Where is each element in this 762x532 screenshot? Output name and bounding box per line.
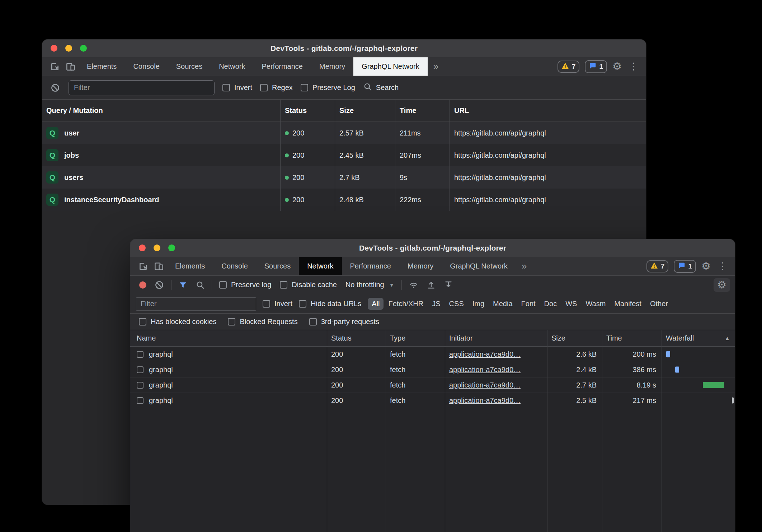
has-blocked-cookies-checkbox-group[interactable]: Has blocked cookies bbox=[139, 318, 216, 326]
more-tabs-button[interactable]: » bbox=[428, 57, 444, 76]
col-time[interactable]: Time bbox=[395, 100, 450, 122]
fullscreen-button[interactable] bbox=[80, 45, 87, 52]
preserve-log-checkbox-group[interactable]: Preserve log bbox=[215, 281, 276, 289]
type-filter-ws[interactable]: WS bbox=[561, 298, 581, 310]
table-row[interactable]: graphql 200 fetch application-a7ca9d0… 2… bbox=[130, 393, 735, 408]
warnings-badge[interactable]: 7 bbox=[558, 61, 580, 73]
initiator-link[interactable]: application-a7ca9d0… bbox=[449, 366, 521, 374]
tab-sources[interactable]: Sources bbox=[168, 57, 211, 76]
network-settings-button[interactable]: ⚙ bbox=[714, 278, 730, 292]
col-status[interactable]: Status bbox=[327, 330, 386, 346]
regex-checkbox[interactable] bbox=[260, 84, 268, 91]
table-row[interactable]: graphql 200 fetch application-a7ca9d0… 2… bbox=[130, 362, 735, 377]
col-time[interactable]: Time bbox=[602, 330, 662, 346]
type-filter-media[interactable]: Media bbox=[489, 298, 516, 310]
third-party-requests-checkbox[interactable] bbox=[309, 318, 317, 326]
col-url[interactable]: URL bbox=[450, 100, 646, 122]
table-row[interactable]: Quser 200 2.57 kB 211ms https://gitlab.c… bbox=[42, 122, 646, 144]
type-filter-img[interactable]: Img bbox=[469, 298, 488, 310]
row-checkbox[interactable] bbox=[137, 397, 144, 404]
fullscreen-button[interactable] bbox=[168, 244, 175, 251]
inspect-icon[interactable] bbox=[135, 257, 151, 275]
filter-input[interactable] bbox=[69, 80, 215, 95]
tab-performance[interactable]: Performance bbox=[342, 257, 400, 275]
filter-input[interactable] bbox=[136, 297, 256, 311]
export-har-icon[interactable] bbox=[440, 280, 457, 290]
device-toolbar-icon[interactable] bbox=[63, 57, 79, 76]
invert-checkbox[interactable] bbox=[263, 300, 270, 308]
type-filter-manifest[interactable]: Manifest bbox=[610, 298, 645, 310]
initiator-link[interactable]: application-a7ca9d0… bbox=[449, 381, 521, 389]
table-row[interactable]: graphql 200 fetch application-a7ca9d0… 2… bbox=[130, 347, 735, 362]
warnings-badge[interactable]: 7 bbox=[646, 260, 669, 272]
table-row[interactable]: Qusers 200 2.7 kB 9s https://gitlab.com/… bbox=[42, 166, 646, 189]
throttling-dropdown[interactable]: No throttling ▼ bbox=[341, 281, 399, 289]
settings-gear-icon[interactable]: ⚙ bbox=[612, 61, 622, 72]
table-row[interactable]: Qjobs 200 2.45 kB 207ms https://gitlab.c… bbox=[42, 144, 646, 166]
preserve-log-checkbox[interactable] bbox=[301, 84, 308, 91]
tab-graphql-network[interactable]: GraphQL Network bbox=[353, 57, 427, 76]
invert-checkbox[interactable] bbox=[222, 84, 230, 91]
search-icon[interactable] bbox=[192, 280, 209, 290]
filter-funnel-icon[interactable] bbox=[174, 280, 192, 290]
kebab-menu-icon[interactable]: ⋮ bbox=[627, 62, 640, 71]
table-row[interactable]: graphql 200 fetch application-a7ca9d0… 2… bbox=[130, 377, 735, 393]
row-checkbox[interactable] bbox=[137, 366, 144, 373]
clear-button[interactable] bbox=[150, 280, 168, 290]
tab-network[interactable]: Network bbox=[299, 257, 342, 275]
import-har-icon[interactable] bbox=[423, 280, 440, 290]
search-button[interactable]: Search bbox=[363, 82, 399, 93]
regex-checkbox-group[interactable]: Regex bbox=[260, 84, 293, 92]
col-type[interactable]: Type bbox=[386, 330, 445, 346]
minimize-button[interactable] bbox=[154, 244, 160, 251]
tab-elements[interactable]: Elements bbox=[79, 57, 125, 76]
has-blocked-cookies-checkbox[interactable] bbox=[139, 318, 146, 326]
blocked-requests-checkbox-group[interactable]: Blocked Requests bbox=[228, 318, 297, 326]
col-waterfall[interactable]: Waterfall ▲ bbox=[662, 330, 735, 346]
more-tabs-button[interactable]: » bbox=[516, 257, 532, 275]
invert-checkbox-group[interactable]: Invert bbox=[263, 300, 292, 308]
tab-memory[interactable]: Memory bbox=[399, 257, 442, 275]
record-button[interactable] bbox=[135, 281, 150, 289]
col-size[interactable]: Size bbox=[547, 330, 602, 346]
invert-checkbox-group[interactable]: Invert bbox=[222, 84, 252, 92]
type-filter-font[interactable]: Font bbox=[517, 298, 540, 310]
messages-badge[interactable]: 1 bbox=[585, 60, 607, 73]
type-filter-js[interactable]: JS bbox=[428, 298, 444, 310]
tab-console[interactable]: Console bbox=[125, 57, 168, 76]
tab-elements[interactable]: Elements bbox=[167, 257, 213, 275]
initiator-link[interactable]: application-a7ca9d0… bbox=[449, 396, 521, 405]
inspect-icon[interactable] bbox=[47, 57, 63, 76]
preserve-log-checkbox[interactable] bbox=[219, 281, 227, 289]
messages-badge[interactable]: 1 bbox=[674, 260, 696, 273]
minimize-button[interactable] bbox=[65, 45, 72, 52]
third-party-requests-checkbox-group[interactable]: 3rd-party requests bbox=[309, 318, 379, 326]
col-status[interactable]: Status bbox=[280, 100, 335, 122]
tab-memory[interactable]: Memory bbox=[311, 57, 353, 76]
tab-console[interactable]: Console bbox=[213, 257, 256, 275]
close-button[interactable] bbox=[51, 45, 57, 52]
disable-cache-checkbox-group[interactable]: Disable cache bbox=[276, 281, 341, 289]
table-row[interactable]: QinstanceSecurityDashboard 200 2.48 kB 2… bbox=[42, 189, 646, 211]
tab-sources[interactable]: Sources bbox=[256, 257, 299, 275]
hide-data-urls-checkbox[interactable] bbox=[299, 300, 306, 308]
row-checkbox[interactable] bbox=[137, 351, 144, 358]
type-filter-other[interactable]: Other bbox=[646, 298, 672, 310]
close-button[interactable] bbox=[139, 244, 146, 251]
clear-block-icon[interactable] bbox=[50, 83, 61, 93]
tab-performance[interactable]: Performance bbox=[254, 57, 311, 76]
col-size[interactable]: Size bbox=[335, 100, 395, 122]
row-checkbox[interactable] bbox=[137, 382, 144, 389]
type-filter-all[interactable]: All bbox=[368, 298, 384, 310]
type-filter-css[interactable]: CSS bbox=[445, 298, 468, 310]
col-query-mutation[interactable]: Query / Mutation bbox=[42, 100, 280, 122]
device-toolbar-icon[interactable] bbox=[151, 257, 167, 275]
type-filter-doc[interactable]: Doc bbox=[540, 298, 561, 310]
settings-gear-icon[interactable]: ⚙ bbox=[701, 261, 711, 271]
disable-cache-checkbox[interactable] bbox=[280, 281, 287, 289]
type-filter-wasm[interactable]: Wasm bbox=[582, 298, 610, 310]
kebab-menu-icon[interactable]: ⋮ bbox=[716, 261, 729, 271]
tab-network[interactable]: Network bbox=[211, 57, 253, 76]
tab-graphql-network[interactable]: GraphQL Network bbox=[442, 257, 516, 275]
initiator-link[interactable]: application-a7ca9d0… bbox=[449, 350, 521, 358]
